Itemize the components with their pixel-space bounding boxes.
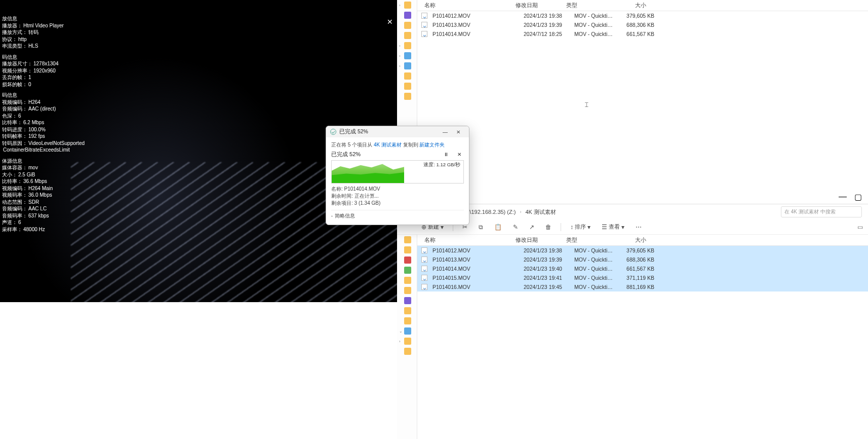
file-row[interactable]: P1014015.MOV2024/1/23 19:41MOV - Quickti… [417, 273, 868, 282]
copy-button[interactable]: ⧉ [475, 222, 487, 232]
info-section-transcode: 码信息 视频编码：H264 音频编码：AAC (direct) 色深：6 比特率… [2, 92, 84, 154]
nav-item[interactable] [397, 306, 417, 316]
nav-item[interactable] [397, 91, 417, 101]
sort-icon: ↕ [570, 224, 573, 231]
rename-icon: ✎ [513, 224, 518, 231]
header-size[interactable]: 大小 [609, 237, 649, 244]
share-button[interactable]: ↗ [525, 222, 538, 232]
video-info-overlay: 放信息 播放器：Html Video Player 播放方式：转码 协议：htt… [0, 15, 86, 237]
file-icon [421, 31, 427, 37]
file-size: 371,119 KB [617, 275, 657, 281]
header-type[interactable]: 类型 [563, 237, 609, 244]
file-row[interactable]: P1014016.MOV2024/1/23 19:45MOV - Quickti… [417, 282, 868, 291]
file-row[interactable]: P1014012.MOV2024/1/23 19:38MOV - Quickti… [417, 11, 868, 20]
nav-item[interactable] [397, 285, 417, 296]
close-button[interactable]: ✕ [452, 129, 465, 135]
search-input[interactable]: 在 4K 测试素材 中搜索 [781, 206, 862, 217]
throughput-chart: 速度: 1.12 GB/秒 [331, 160, 464, 184]
nav-item[interactable] [397, 265, 417, 275]
file-row[interactable]: P1014014.MOV2024/7/12 18:25MOV - Quickti… [417, 29, 868, 39]
file-name: P1014014.MOV [429, 266, 521, 272]
header-type[interactable]: 类型 [563, 2, 609, 9]
folder-icon [404, 277, 411, 284]
dialog-titlebar[interactable]: 已完成 52% — ✕ [326, 126, 469, 137]
file-icon [421, 266, 427, 272]
copy-progress-dialog: 已完成 52% — ✕ 正在将 5 个项目从 4K 测试素材 复制到 新建文件夹… [326, 126, 469, 225]
column-headers[interactable]: 名称 修改日期 类型 大小 [417, 0, 868, 11]
drive-icon [404, 62, 411, 69]
nav-item[interactable] [397, 30, 417, 41]
nav-tree-bottom[interactable]: ⌄ › [397, 235, 417, 439]
nav-item[interactable]: › [397, 336, 417, 346]
nav-item[interactable] [397, 10, 417, 20]
folder-icon [404, 348, 411, 355]
folder-icon [404, 22, 411, 29]
folder-icon [404, 72, 411, 80]
header-name[interactable]: 名称 [421, 2, 512, 9]
info-section-decode: 码信息 播放器尺寸：1278x1304 视频分辨率：1920x960 丢弃的帧：… [2, 54, 84, 88]
file-icon [421, 275, 427, 281]
header-date[interactable]: 修改日期 [512, 237, 563, 244]
pause-button[interactable]: ⏸ [442, 152, 451, 157]
file-row[interactable]: P1014012.MOV2024/1/23 19:38MOV - Quickti… [417, 246, 868, 255]
delete-button[interactable]: 🗑 [541, 222, 556, 232]
nav-item[interactable] [397, 275, 417, 285]
close-overlay-button[interactable]: ✕ [387, 18, 393, 26]
file-size: 881,169 KB [617, 284, 657, 290]
minimize-button[interactable]: — [836, 192, 850, 202]
nav-item[interactable]: › [397, 51, 417, 61]
cancel-button[interactable]: ✕ [455, 152, 464, 157]
file-type: MOV - Quicktime ... [571, 284, 617, 290]
rename-button[interactable]: ✎ [509, 222, 522, 232]
nav-item[interactable] [397, 296, 417, 306]
nav-item[interactable]: › [397, 41, 417, 51]
collapse-details-button[interactable]: ‹简略信息 [331, 210, 464, 220]
folder-icon [404, 32, 411, 39]
nav-item[interactable]: › [397, 61, 417, 71]
file-icon [421, 284, 427, 290]
minimize-button[interactable]: — [439, 129, 452, 135]
folder-icon [404, 317, 411, 324]
file-icon [421, 13, 427, 19]
file-icon [421, 22, 427, 28]
more-button[interactable]: ⋯ [632, 222, 646, 232]
view-button[interactable]: ☰查看▾ [598, 222, 628, 232]
nav-item[interactable] [397, 316, 417, 326]
maximize-button[interactable]: ▢ [851, 192, 865, 202]
nav-item[interactable] [397, 245, 417, 255]
paste-button[interactable]: 📋 [490, 222, 506, 232]
folder-icon [404, 12, 411, 19]
file-row[interactable]: P1014013.MOV2024/1/23 19:39MOV - Quickti… [417, 255, 868, 264]
column-headers[interactable]: 名称 修改日期 类型 大小 [417, 235, 868, 246]
nav-item[interactable]: › [397, 0, 417, 10]
header-date[interactable]: 修改日期 [512, 2, 563, 9]
nav-item[interactable] [397, 20, 417, 30]
dest-link[interactable]: 新建文件夹 [419, 142, 445, 148]
file-size: 688,306 KB [617, 22, 657, 28]
file-list-bottom: 名称 修改日期 类型 大小 P1014012.MOV2024/1/23 19:3… [417, 235, 868, 439]
details-pane-button[interactable]: ▭ [853, 222, 868, 232]
nav-item[interactable] [397, 235, 417, 245]
file-row[interactable]: P1014013.MOV2024/1/23 19:39MOV - Quickti… [417, 20, 868, 29]
file-name: P1014015.MOV [429, 275, 521, 281]
file-size: 379,605 KB [617, 247, 657, 253]
file-date: 2024/1/23 19:41 [521, 275, 571, 281]
divider [561, 223, 561, 231]
ellipsis-icon: ⋯ [636, 224, 642, 231]
folder-icon [404, 2, 411, 9]
nav-item[interactable]: ⌄ [397, 326, 417, 336]
nav-item[interactable] [397, 71, 417, 81]
nav-item[interactable] [397, 81, 417, 91]
source-link[interactable]: 4K 测试素材 [374, 142, 402, 148]
nav-item[interactable] [397, 346, 417, 356]
file-icon [421, 247, 427, 253]
nav-item[interactable] [397, 255, 417, 265]
sort-button[interactable]: ↕排序▾ [566, 222, 595, 232]
file-row[interactable]: P1014014.MOV2024/1/23 19:40MOV - Quickti… [417, 264, 868, 273]
copy-source-dest: 正在将 5 个项目从 4K 测试素材 复制到 新建文件夹 [331, 141, 464, 149]
header-size[interactable]: 大小 [609, 2, 649, 9]
breadcrumb-folder[interactable]: 4K 测试素材 [523, 208, 558, 216]
header-name[interactable]: 名称 [421, 237, 512, 244]
copy-details: 名称: P1014014.MOV 剩余时间: 正在计算... 剩余项目: 3 (… [331, 186, 464, 207]
time-remaining: 正在计算... [354, 193, 379, 199]
